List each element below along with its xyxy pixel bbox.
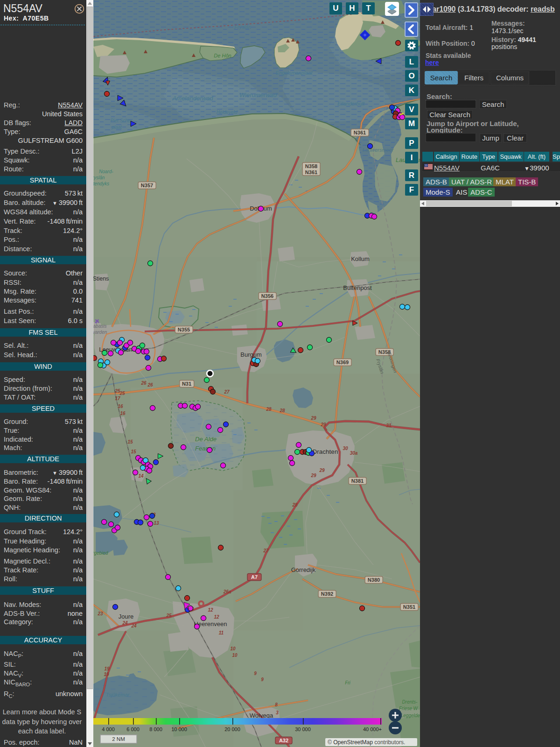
svg-text:N361: N361 — [354, 130, 366, 135]
svg-text:Piet Sche: Piet Sche — [111, 118, 131, 123]
svg-text:28: 28 — [292, 502, 298, 507]
svg-text:14: 14 — [138, 473, 144, 479]
svg-text:15: 15 — [127, 439, 133, 444]
svg-text:25: 25 — [166, 613, 172, 618]
svg-text:25: 25 — [119, 391, 125, 396]
svg-text:Drents-: Drents- — [402, 699, 418, 705]
svg-text:Leggelder: Leggelder — [401, 713, 420, 718]
svg-text:30: 30 — [343, 446, 348, 451]
svg-text:varden: varden — [93, 330, 107, 335]
svg-text:11: 11 — [219, 630, 224, 635]
svg-text:29: 29 — [310, 416, 316, 421]
svg-text:N31: N31 — [182, 381, 191, 387]
svg-text:30a: 30a — [350, 451, 358, 456]
svg-text:N357: N357 — [141, 183, 153, 188]
svg-text:12: 12 — [208, 607, 213, 613]
svg-text:29: 29 — [319, 468, 325, 473]
svg-text:Feanen: Feanen — [195, 445, 216, 452]
svg-text:24: 24 — [122, 620, 128, 626]
svg-text:abasis: abasis — [93, 324, 106, 329]
svg-text:Wierumerwad: Wierumerwad — [239, 92, 277, 99]
svg-text:12: 12 — [214, 614, 219, 620]
svg-text:Engelsmanplaat: Engelsmanplaat — [276, 70, 313, 76]
svg-text:23: 23 — [97, 611, 103, 616]
svg-text:© OpenStreetMap contributors.: © OpenStreetMap contributors. — [328, 739, 405, 746]
svg-text:3: 3 — [276, 710, 279, 715]
svg-text:30 000: 30 000 — [295, 726, 311, 732]
svg-text:26: 26 — [140, 381, 147, 386]
svg-text:10 000: 10 000 — [171, 726, 187, 732]
svg-text:N361: N361 — [305, 169, 317, 175]
svg-text:26a: 26a — [223, 589, 231, 594]
svg-text:plaat: plaat — [111, 125, 122, 130]
svg-text:13: 13 — [154, 521, 159, 526]
svg-text:10: 10 — [232, 653, 238, 658]
svg-text:Heideveld: Heideveld — [217, 110, 238, 115]
svg-text:Fryslân: Fryslân — [234, 24, 251, 30]
svg-text:A7: A7 — [251, 574, 258, 580]
svg-text:16: 16 — [118, 404, 123, 409]
svg-text:Burgum: Burgum — [240, 351, 262, 358]
svg-text:Lauwersmeer: Lauwersmeer — [363, 147, 394, 153]
svg-text:4 000: 4 000 — [102, 726, 115, 732]
svg-text:N356: N356 — [261, 293, 273, 299]
svg-text:Tsjûkemar: Tsjûkemar — [106, 692, 130, 698]
svg-text:19: 19 — [104, 666, 110, 671]
svg-text:N380: N380 — [368, 577, 380, 583]
svg-text:29: 29 — [320, 422, 326, 427]
svg-text:28: 28 — [266, 407, 272, 412]
svg-text:De Hôn: De Hôn — [214, 53, 231, 58]
svg-text:ergebied: ergebied — [93, 550, 108, 556]
svg-text:24: 24 — [131, 623, 137, 628]
svg-text:40 000+: 40 000+ — [363, 726, 382, 732]
svg-text:6 000: 6 000 — [126, 726, 140, 732]
svg-text:9: 9 — [254, 671, 257, 676]
svg-text:27: 27 — [263, 548, 269, 553]
svg-text:Stiens: Stiens — [93, 275, 109, 282]
svg-text:20 000: 20 000 — [224, 726, 240, 732]
svg-text:N355: N355 — [178, 327, 190, 332]
svg-text:N358: N358 — [305, 163, 317, 169]
svg-text:8: 8 — [275, 702, 278, 707]
svg-text:16: 16 — [120, 411, 126, 416]
svg-text:17: 17 — [115, 396, 120, 401]
svg-text:N351: N351 — [403, 604, 415, 610]
svg-text:29: 29 — [310, 473, 316, 478]
svg-text:Wolvega: Wolvega — [250, 712, 273, 719]
svg-text:8 000: 8 000 — [149, 726, 162, 732]
svg-text:28: 28 — [279, 408, 285, 413]
svg-text:Joure: Joure — [119, 613, 134, 620]
svg-text:Friese W: Friese W — [399, 706, 419, 711]
svg-text:26: 26 — [147, 382, 153, 388]
svg-text:Fri: Fri — [345, 680, 350, 685]
svg-text:Buitenpost: Buitenpost — [343, 284, 372, 291]
svg-text:Fryslân: Fryslân — [93, 175, 105, 180]
svg-text:Drachten: Drachten — [313, 448, 338, 455]
svg-text:A32: A32 — [279, 738, 288, 743]
svg-text:Gorredijk: Gorredijk — [291, 566, 316, 573]
svg-text:N369: N369 — [336, 359, 349, 365]
svg-text:N392: N392 — [321, 591, 333, 597]
svg-text:10: 10 — [230, 646, 236, 651]
svg-text:Kollum: Kollum — [351, 255, 370, 262]
svg-text:Amelanderwad: Amelanderwad — [172, 95, 213, 102]
svg-text:2 NM: 2 NM — [112, 736, 125, 742]
svg-text:N381: N381 — [351, 478, 364, 484]
svg-text:27: 27 — [224, 389, 230, 395]
svg-text:31: 31 — [386, 423, 392, 428]
svg-text:Noard-: Noard- — [99, 169, 113, 174]
svg-text:15: 15 — [131, 449, 136, 454]
svg-text:Eilanderbult: Eilanderbult — [337, 101, 365, 106]
svg-text:19: 19 — [104, 672, 109, 677]
svg-text:De Alde: De Alde — [195, 436, 217, 443]
svg-text:ûtendyks: ûtendyks — [93, 181, 109, 186]
svg-text:9: 9 — [261, 677, 264, 682]
